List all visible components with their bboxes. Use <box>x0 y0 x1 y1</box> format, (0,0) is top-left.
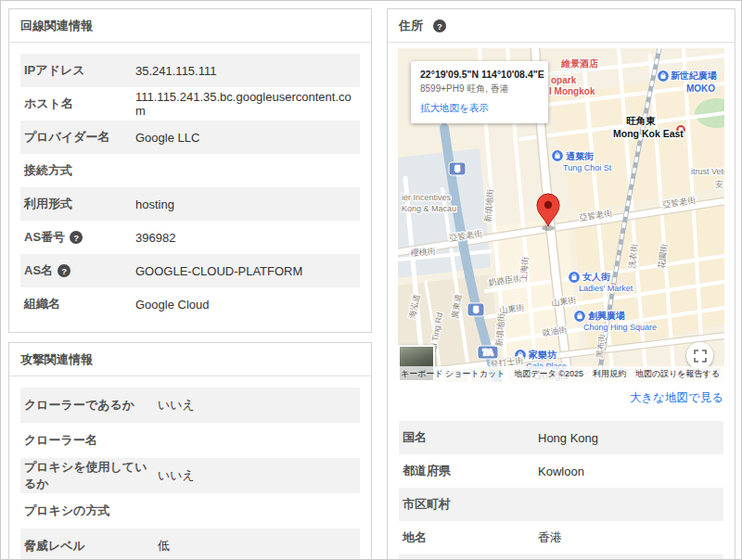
row-label: IPアドレス <box>20 62 135 79</box>
table-row: 利用形式 hosting <box>20 187 360 221</box>
table-row: プロバイダー名 Google LLC <box>20 121 360 154</box>
question-mark-icon[interactable]: ? <box>433 19 446 32</box>
row-value: Hong Kong <box>538 431 606 445</box>
station-label-mong-kok-east-zh: 旺角東 <box>626 115 656 126</box>
table-row: AS名 ? GOOGLE-CLOUD-PLATFORM <box>20 254 360 287</box>
svg-text:7A: 7A <box>483 348 493 357</box>
shopping-bag-icon-moko[interactable] <box>658 70 670 83</box>
row-label: AS名 ? <box>20 262 135 279</box>
row-value: 111.115.241.35.bc.googleusercontent.com <box>135 90 360 118</box>
address-table: 国名 Hong Kong 都道府県 Kowloon 市区町村 地名 香港 <box>388 421 735 560</box>
row-value: Google LLC <box>135 131 207 145</box>
poi-label-new-century-plaza: 新世紀廣場 <box>670 70 717 81</box>
table-row: 脅威レベル 低 <box>20 528 360 560</box>
row-label-text: AS番号 <box>24 229 65 246</box>
address-panel-header: 住所 ? <box>388 9 735 43</box>
route-shield-5a: 5 <box>449 162 466 175</box>
table-row-partial <box>399 554 723 560</box>
row-label: 国名 <box>399 429 538 446</box>
poi-label-moko: MOKO <box>686 83 715 94</box>
street-label-an: 安 <box>715 180 723 189</box>
poi-label-hotel-cut1: opark <box>551 75 577 85</box>
attack-info-panel-header: 攻撃関連情報 <box>9 343 371 376</box>
row-value: hosting <box>135 197 182 211</box>
row-value: Kowloon <box>538 465 592 478</box>
route-shield-5b: 5 <box>467 303 484 316</box>
map-data-text: 地図データ ©2025 <box>514 368 583 380</box>
table-row: ホスト名 111.115.241.35.bc.googleusercontent… <box>20 87 360 121</box>
poi-label-ladies-market-en: Ladies' Market <box>579 284 633 293</box>
row-label: クローラー名 <box>20 432 158 449</box>
panel-title: 回線関連情報 <box>20 18 93 34</box>
table-row: 国名 Hong Kong <box>399 421 723 454</box>
row-value: GOOGLE-CLOUD-PLATFORM <box>135 264 310 278</box>
map-attribution: キーボード ショートカット 地図データ ©2025 利用規約 地図の誤りを報告す… <box>398 366 724 382</box>
row-value: いいえ <box>158 397 202 414</box>
table-row: クローラーであるか いいえ <box>20 388 360 423</box>
row-value: 香港 <box>538 529 569 546</box>
row-label: 都道府県 <box>399 463 538 479</box>
table-row: プロキシを使用しているか いいえ <box>20 458 360 493</box>
shopping-bag-icon-ladies-market[interactable] <box>569 272 581 284</box>
fullscreen-control[interactable] <box>686 342 713 369</box>
coordinates-text: 22°19'09.5"N 114°10'08.4"E <box>420 69 539 80</box>
street-label-incentives-2: Kong & Macau <box>402 204 456 213</box>
row-label: 接続方式 <box>20 162 135 179</box>
row-label: 脅威レベル <box>20 538 158 554</box>
poi-label-tung-choi-en: Tung Choi St <box>563 163 612 172</box>
table-row: 都道府県 Kowloon <box>399 454 723 488</box>
ip-lookup-page: 回線関連情報 IPアドレス 35.241.115.111 ホスト名 111.11… <box>0 0 742 560</box>
svg-text:5: 5 <box>455 164 460 173</box>
shopping-bag-icon-chong-hing[interactable] <box>574 311 586 323</box>
question-mark-icon[interactable]: ? <box>70 231 83 244</box>
row-label: プロキシを使用しているか <box>20 459 158 492</box>
row-label: プロキシの方式 <box>20 503 158 519</box>
row-value: Google Cloud <box>135 298 217 312</box>
row-label: 利用形式 <box>20 196 135 212</box>
row-value: 35.241.115.111 <box>135 64 224 78</box>
table-row: プロキシの方式 <box>20 493 360 528</box>
poi-label-hotel-cut2: l Mongkok <box>549 86 595 96</box>
table-row: 地名 香港 <box>399 521 723 554</box>
terms-link[interactable]: 利用規約 <box>593 368 626 380</box>
table-row: 組織名 Google Cloud <box>20 287 360 321</box>
panel-title: 攻撃関連情報 <box>20 351 93 368</box>
line-info-panel: 回線関連情報 IPアドレス 35.241.115.111 ホスト名 111.11… <box>8 8 372 333</box>
street-label-incentives-1: ier Incentives <box>402 193 452 202</box>
address-panel: 住所 ? <box>387 8 736 560</box>
row-label: 地名 <box>399 529 538 546</box>
table-row: 接続方式 <box>20 154 360 187</box>
row-label: プロバイダー名 <box>20 129 135 146</box>
attack-info-table: クローラーであるか いいえ クローラー名 プロキシを使用しているか いいえ プロ… <box>9 376 371 560</box>
poi-label-ladies-market-zh: 女人街 <box>582 272 611 282</box>
report-error-link[interactable]: 地図の誤りを報告する <box>635 368 720 380</box>
shopping-bag-icon-tung-choi[interactable] <box>552 150 564 162</box>
row-value: 低 <box>158 538 177 554</box>
street-label-itrust: itrust Veteri <box>691 167 724 176</box>
expand-map-link[interactable]: 拡大地図を表示 <box>420 102 539 115</box>
table-row: 市区町村 <box>399 488 723 521</box>
map-info-card: 22°19'09.5"N 114°10'08.4"E 8599+PH9 旺角, … <box>411 61 548 123</box>
row-value: いいえ <box>158 467 202 484</box>
row-label: 市区町村 <box>399 496 538 513</box>
google-map-embed[interactable]: 5 5 7A <box>398 48 724 382</box>
table-row: クローラー名 <box>20 423 360 458</box>
table-row: IPアドレス 35.241.115.111 <box>20 54 360 87</box>
poi-label-chong-hing-zh: 創興廣場 <box>587 311 625 321</box>
line-info-table: IPアドレス 35.241.115.111 ホスト名 111.115.241.3… <box>9 43 371 332</box>
row-label: ホスト名 <box>20 95 135 112</box>
question-mark-icon[interactable]: ? <box>58 264 70 277</box>
row-label: クローラーであるか <box>20 397 158 414</box>
line-info-panel-header: 回線関連情報 <box>9 9 371 43</box>
poi-label-tung-choi-zh: 通菜街 <box>565 151 595 161</box>
table-row: AS番号 ? 396982 <box>20 221 360 254</box>
panel-title: 住所 <box>399 18 423 34</box>
poi-label-chong-hing-en: Chong Hing Square <box>583 323 657 332</box>
plus-code-text: 8599+PH9 旺角, 香港 <box>420 83 539 95</box>
station-label-mong-kok-east-en: Mong Kok East <box>613 128 684 139</box>
view-larger-map-link[interactable]: 大きな地図で見る <box>630 391 723 404</box>
keyboard-shortcuts-button[interactable]: キーボード ショートカット <box>401 368 505 380</box>
row-value: 396982 <box>135 231 183 245</box>
row-label-text: AS名 <box>24 262 53 279</box>
poi-label-hotel: 維景酒店 <box>560 58 598 69</box>
